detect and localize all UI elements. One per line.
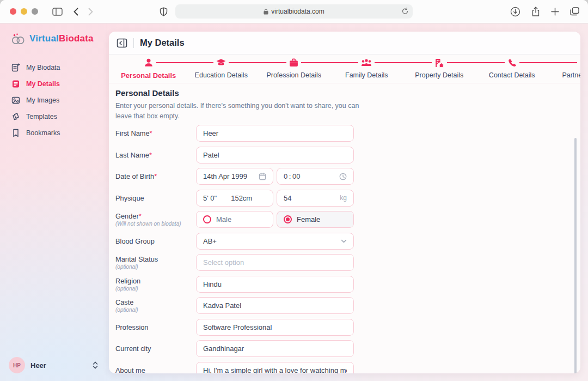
marital-status-field[interactable] [196, 254, 354, 271]
step-label: Property Details [403, 71, 476, 79]
back-icon[interactable] [74, 8, 78, 16]
briefcase-icon [289, 58, 298, 67]
caste-field[interactable] [196, 297, 354, 314]
current-city-field[interactable] [196, 340, 354, 357]
tab-overview-icon[interactable] [570, 7, 579, 16]
sidebar-item-label: Bookmarks [26, 129, 60, 137]
rings-logo-icon [11, 32, 26, 45]
clock-icon[interactable] [336, 173, 347, 180]
person-icon [144, 58, 154, 68]
religion-field[interactable] [196, 276, 354, 293]
app-logo[interactable]: VirtualBiodata [0, 23, 107, 45]
last-name-field[interactable] [196, 147, 354, 164]
close-window-button[interactable] [10, 8, 16, 15]
weight-value: 54 [284, 194, 291, 202]
step-label: Profession Details [258, 71, 330, 79]
about-me-field[interactable] [196, 362, 354, 374]
address-bar[interactable]: virtualbiodata.com [175, 4, 413, 19]
bookmarks-icon [11, 129, 20, 137]
sidebar-item-bookmarks[interactable]: Bookmarks [0, 125, 107, 141]
share-icon[interactable] [531, 7, 540, 17]
property-icon [434, 58, 444, 68]
browser-toolbar: virtualbiodata.com [0, 0, 588, 23]
step-label: Personal Details [112, 71, 185, 80]
user-account-switcher[interactable]: HP Heer [0, 353, 107, 381]
field-label: Date of Birth* [115, 172, 196, 180]
user-name: Heer [30, 361, 87, 370]
religion-input[interactable] [203, 280, 347, 288]
field-label: Religion(optional) [115, 277, 196, 292]
field-row-marital-status: Marital Status(optional) [115, 254, 580, 271]
current-city-input[interactable] [203, 344, 347, 353]
browser-sidebar-toggle-icon[interactable] [52, 8, 63, 16]
field-label: Physique [115, 194, 196, 202]
gender-male-option[interactable]: Male [196, 211, 273, 228]
step-property-details[interactable]: Property Details [403, 55, 476, 83]
form-section-title: Personal Details [115, 89, 580, 98]
calendar-icon[interactable] [255, 172, 266, 180]
field-row-about-me: About me [115, 362, 580, 374]
images-icon [11, 96, 20, 105]
app-logo-text: VirtualBiodata [29, 33, 94, 44]
field-row-last-name: Last Name* [115, 147, 580, 164]
radio-checked-icon [284, 215, 292, 223]
sidebar-item-my-biodata[interactable]: My Biodata [0, 59, 107, 76]
caste-input[interactable] [203, 301, 347, 310]
field-row-current-city: Current city [115, 340, 580, 357]
birth-time-field[interactable]: 0 : 00 [277, 168, 354, 185]
step-label: Education Details [185, 71, 258, 79]
sidebar-item-my-images[interactable]: My Images [0, 92, 107, 108]
form-section-description: Enter your personal details. If there's … [115, 101, 359, 122]
field-label: Last Name* [115, 151, 196, 159]
sidebar-nav: My Biodata My Details [0, 59, 107, 141]
marital-status-input[interactable] [203, 258, 347, 267]
blood-group-value: AB+ [203, 237, 217, 245]
first-name-field[interactable] [196, 125, 354, 142]
step-education-details[interactable]: Education Details [185, 55, 258, 83]
profession-input[interactable] [203, 323, 347, 331]
step-label: Family Details [330, 71, 403, 79]
about-me-input[interactable] [203, 366, 347, 374]
zoom-window-button[interactable] [32, 8, 38, 15]
last-name-input[interactable] [203, 151, 347, 159]
step-profession-details[interactable]: Profession Details [258, 55, 330, 83]
chevron-down-icon [338, 239, 347, 243]
radio-unchecked-icon [203, 215, 211, 223]
profession-field[interactable] [196, 319, 354, 336]
lock-icon [264, 9, 268, 15]
form-scrollbar[interactable] [574, 138, 577, 373]
collapse-sidebar-icon[interactable] [117, 38, 127, 48]
field-label: Gender*(Will not shown on biodata) [115, 212, 196, 227]
first-name-input[interactable] [203, 129, 347, 137]
phone-icon [507, 58, 517, 68]
new-tab-icon[interactable] [551, 8, 559, 16]
details-stepper: Personal Details Education Details [109, 55, 580, 83]
step-family-details[interactable]: Family Details [330, 55, 403, 83]
forward-icon[interactable] [88, 8, 93, 16]
panel-header: My Details [109, 32, 580, 55]
height-feet-value: 5' 0" [203, 194, 217, 202]
sidebar-item-my-details[interactable]: My Details [0, 76, 107, 92]
step-label: Partner Details [548, 71, 580, 79]
height-field[interactable]: 5' 0" 152cm [196, 190, 273, 207]
step-personal-details[interactable]: Personal Details [112, 55, 185, 83]
field-row-blood-group: Blood Group AB+ [115, 233, 580, 250]
step-contact-details[interactable]: Contact Details [476, 55, 549, 83]
field-row-gender: Gender*(Will not shown on biodata) Male … [115, 211, 580, 228]
birth-date-field[interactable]: 14th Apr 1999 [196, 168, 273, 185]
birth-date-value: 14th Apr 1999 [203, 172, 247, 180]
templates-icon [11, 112, 20, 121]
step-partner-details[interactable]: Partner Details [548, 55, 580, 83]
blood-group-select[interactable]: AB+ [196, 233, 354, 250]
field-label: Current city [115, 344, 196, 353]
field-row-caste: Caste(optional) [115, 297, 580, 314]
content-blocker-shield-icon[interactable] [160, 7, 168, 16]
downloads-icon[interactable] [510, 7, 520, 17]
height-cm-value: 152cm [231, 194, 252, 202]
gender-female-option[interactable]: Female [277, 211, 354, 228]
gender-female-label: Female [297, 215, 320, 223]
weight-field[interactable]: 54 kg [277, 190, 354, 207]
sidebar-item-templates[interactable]: Templates [0, 108, 107, 125]
minimize-window-button[interactable] [21, 8, 27, 15]
reload-icon[interactable] [402, 7, 408, 15]
